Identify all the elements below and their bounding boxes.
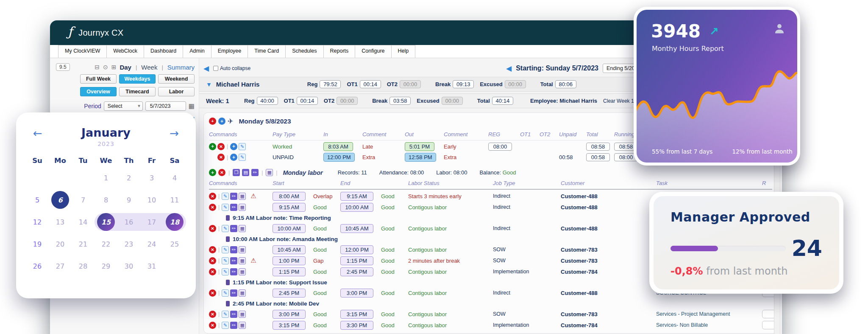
calendar-day[interactable]: 5 [26,191,49,209]
break-value[interactable]: 09:13 [453,80,474,88]
calculator-icon[interactable]: ▦ [239,193,246,200]
calendar-day[interactable]: 28 [72,257,95,275]
calendar-icon[interactable]: ▦ [189,102,195,110]
pen-icon[interactable]: ✏ [230,204,237,211]
add-day-blue-icon[interactable]: + [218,118,225,125]
end-time[interactable]: 1:15 PM [340,256,373,265]
total-value[interactable]: 80:06 [555,80,576,88]
pen-icon[interactable]: ✏ [230,225,237,232]
edit-icon[interactable]: ✎ [222,311,229,318]
delete-icon[interactable]: ✕ [209,193,216,200]
delete-icon[interactable]: ✕ [209,311,216,318]
end-time[interactable]: 3:30 PM [340,321,373,330]
total-hours[interactable]: 00:58 [586,153,610,161]
menu-time-card[interactable]: Time Card [248,45,286,58]
calendar-day[interactable]: 23 [117,235,140,253]
calendar-day[interactable]: 27 [49,257,72,275]
menu-admin[interactable]: Admin [183,45,211,58]
calendar-day[interactable]: 24 [140,235,163,253]
calendar-next-icon[interactable]: → [170,127,179,140]
delete-icon[interactable]: ✕ [209,225,216,232]
pen-icon[interactable]: ✏ [230,193,237,200]
calendar-day[interactable]: 30 [117,257,140,275]
insert-icon[interactable]: + [230,143,237,150]
period-date-input[interactable]: 5/7/2023 [145,101,186,111]
full-week-button[interactable]: Full Week [80,74,117,84]
total-hours[interactable]: 08:58 [586,143,610,151]
calculator-icon[interactable]: ▦ [239,257,246,264]
delete-icon[interactable]: ✕ [209,268,216,275]
pen-icon[interactable]: ✏ [230,268,237,275]
calendar-day[interactable]: 21 [72,235,95,253]
prev-period-icon[interactable]: ◀ [506,65,512,72]
ot1-value[interactable]: 00:14 [360,80,381,88]
reg-hours[interactable]: 08:00 [488,143,512,151]
end-time[interactable]: 10:45 AM [340,224,373,233]
menu-reports[interactable]: Reports [323,45,356,58]
menu-help[interactable]: Help [391,45,416,58]
calendar-day[interactable]: 4 [163,169,186,187]
calculator-icon[interactable]: ▦ [239,311,246,318]
copy-icon[interactable]: ❐ [233,169,240,176]
start-time[interactable]: 3:15 PM [273,321,306,330]
week-total-value[interactable]: 40:14 [492,97,513,105]
edit-icon[interactable]: ✎ [222,268,229,275]
timecard-button[interactable]: Timecard [119,87,156,96]
delete-icon[interactable]: ✕ [217,154,225,161]
delete-icon[interactable]: ✕ [209,289,216,297]
calendar-day[interactable]: 29 [95,257,117,275]
weekdays-button[interactable]: Weekdays [119,74,156,84]
calendar-day[interactable]: 19 [26,235,49,253]
calculator-icon[interactable]: ▦ [239,204,246,211]
week-reg-value[interactable]: 40:00 [257,97,278,105]
week-break-value[interactable]: 03:58 [389,97,411,105]
view-week[interactable]: Week [141,64,157,71]
calendar-day[interactable]: 10 [140,191,163,209]
end-time[interactable]: 3:00 PM [340,289,373,298]
out-time[interactable]: 12:58 PM [405,153,436,162]
calendar-day[interactable]: 12 [26,213,49,231]
calendar-day[interactable]: 11 [163,191,186,209]
start-time[interactable]: 1:15 PM [273,267,306,276]
expand-employee-icon[interactable]: ▼ [206,81,212,88]
view-summary[interactable]: Summary [167,64,195,71]
calendar-day[interactable]: 14 [72,213,95,231]
menu-dashboard[interactable]: Dashboard [144,45,183,58]
calendar-day[interactable]: 1 [95,169,117,187]
pen-icon[interactable]: ✏ [230,257,237,264]
start-time[interactable]: 3:00 PM [273,310,306,319]
edit-icon[interactable]: ✎ [222,322,229,329]
calculator-icon[interactable]: ▦ [239,268,246,275]
delete-icon[interactable]: ✕ [209,322,216,329]
calculator-icon[interactable]: ▦ [239,246,246,253]
edit-icon[interactable]: ✎ [222,193,229,200]
grid-icon[interactable]: ▤ [242,169,249,176]
insert-icon[interactable]: + [230,154,237,161]
calendar-range-end[interactable]: 18 [163,213,186,231]
end-time[interactable]: 2:45 PM [340,267,373,276]
pen-icon[interactable]: ✏ [251,169,259,176]
pen-icon[interactable]: ✏ [230,246,237,253]
delete-icon[interactable]: ✕ [217,143,225,150]
calendar-day[interactable]: 25 [163,235,186,253]
overview-button[interactable]: Overview [80,87,117,96]
menu-webclock[interactable]: WebClock [106,45,144,58]
calendar-day[interactable]: 16 [117,213,140,231]
add-day-red-icon[interactable]: + [209,118,216,125]
in-time[interactable]: 8:03 AM [323,142,353,151]
calendar-day[interactable]: 26 [26,257,49,275]
calculator-icon[interactable]: ▦ [239,225,246,232]
pen-icon[interactable]: ✏ [230,311,237,318]
calendar-day[interactable]: 13 [49,213,72,231]
pen-icon[interactable]: ✏ [230,289,237,297]
reg-value[interactable]: 79:52 [320,80,341,88]
edit-icon[interactable]: ✎ [239,143,246,150]
calendar-day[interactable]: 31 [140,257,163,275]
start-time[interactable]: 2:45 PM [273,289,306,298]
edit-icon[interactable]: ✎ [222,225,229,232]
edit-icon[interactable]: ✎ [222,204,229,211]
period-select[interactable]: Select▾ [104,101,143,111]
calendar-day[interactable]: 2 [117,169,140,187]
menu-employee[interactable]: Employee [211,45,248,58]
radio-icon[interactable]: ⊙ [103,64,109,70]
